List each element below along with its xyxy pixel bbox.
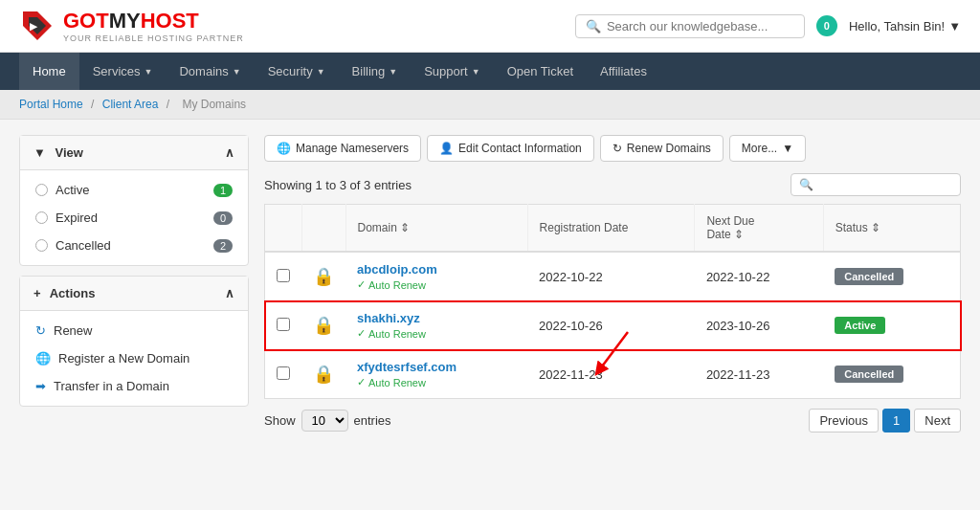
row1-domain-link[interactable]: abcdloip.com — [357, 262, 437, 277]
edit-contact-label: Edit Contact Information — [458, 142, 582, 155]
cart-button[interactable]: 0 — [816, 15, 837, 36]
col-checkbox — [265, 205, 302, 253]
page-1-button[interactable]: 1 — [882, 409, 910, 432]
content-area: 🌐 Manage Nameservers 👤 Edit Contact Info… — [264, 135, 961, 487]
col-next-due[interactable]: Next DueDate ⇕ — [695, 205, 823, 253]
pagination: Previous 1 Next — [809, 409, 961, 432]
services-caret-icon: ▼ — [145, 67, 153, 77]
manage-nameservers-label: Manage Nameservers — [296, 142, 409, 155]
row1-next-due: 2022-10-22 — [695, 252, 823, 301]
prev-button[interactable]: Previous — [809, 409, 879, 432]
logo-icon: ▶ — [19, 8, 56, 44]
sidebar-actions-body: ↻ Renew 🌐 Register a New Domain ➡ Transf… — [20, 311, 248, 406]
table-row: 🔒 shakhi.xyz ✓ Auto Renew 2022-10-26 202… — [265, 301, 961, 350]
table-body: 🔒 abcdloip.com ✓ Auto Renew 2022-10-22 2… — [265, 252, 961, 399]
sidebar-filter-cancelled[interactable]: Cancelled 2 — [20, 232, 248, 259]
edit-contact-button[interactable]: 👤 Edit Contact Information — [427, 135, 594, 162]
nav-item-services[interactable]: Services ▼ — [79, 53, 167, 90]
main-nav: Home Services ▼ Domains ▼ Security ▼ Bil… — [0, 53, 980, 90]
row2-checkbox-cell[interactable] — [265, 301, 302, 350]
sidebar-filter-active[interactable]: Active 1 — [20, 176, 248, 204]
breadcrumb-my-domains: My Domains — [182, 98, 246, 111]
cancelled-radio — [35, 239, 48, 252]
user-caret-icon: ▼ — [948, 19, 961, 33]
action-transfer-domain[interactable]: ➡ Transfer in a Domain — [20, 372, 248, 400]
logo: ▶ GOTMYHOST YOUR RELIABLE HOSTING PARTNE… — [19, 8, 244, 44]
action-renew[interactable]: ↻ Renew — [20, 317, 248, 344]
sidebar-view-header[interactable]: ▼ View ∧ — [20, 136, 248, 170]
sidebar-filter-expired[interactable]: Expired 0 — [20, 204, 248, 232]
row1-status-badge: Cancelled — [835, 268, 903, 285]
nav-item-support[interactable]: Support ▼ — [411, 53, 493, 90]
lock-icon: 🔒 — [313, 266, 334, 287]
user-greeting[interactable]: Hello, Tahsin Bin! ▼ — [849, 19, 961, 33]
logo-got: GOT — [63, 9, 109, 33]
view-collapse-icon: ∧ — [225, 145, 234, 160]
register-domain-label: Register a New Domain — [58, 351, 189, 366]
logo-text: GOTMYHOST YOUR RELIABLE HOSTING PARTNER — [63, 9, 244, 43]
active-count: 1 — [213, 184, 233, 197]
plus-icon: + — [33, 286, 41, 300]
row2-domain-link[interactable]: shakhi.xyz — [357, 311, 420, 325]
row3-domain-link[interactable]: xfydtesrfsef.com — [357, 360, 457, 374]
more-caret-icon: ▼ — [782, 142, 793, 155]
row2-lock-cell: 🔒 — [301, 301, 345, 350]
nav-item-billing[interactable]: Billing ▼ — [339, 53, 412, 90]
search-input[interactable] — [607, 19, 794, 33]
row2-auto-renew: ✓ Auto Renew — [357, 327, 516, 340]
filter-icon: ▼ — [33, 145, 46, 160]
sidebar-view-title: ▼ View — [33, 145, 83, 160]
table-footer: Show 10 25 50 entries Previous 1 Next — [264, 409, 961, 432]
search-box[interactable]: 🔍 — [575, 14, 805, 38]
row1-lock-cell: 🔒 — [301, 252, 345, 301]
sort-icon: ⇕ — [400, 221, 410, 234]
nav-item-affiliates[interactable]: Affiliates — [587, 53, 660, 90]
security-caret-icon: ▼ — [317, 67, 325, 77]
next-button[interactable]: Next — [914, 409, 961, 432]
row2-checkbox[interactable] — [277, 318, 290, 331]
nav-item-security[interactable]: Security ▼ — [255, 53, 339, 90]
entries-label: entries — [354, 413, 391, 428]
breadcrumb-portal-home[interactable]: Portal Home — [19, 98, 83, 111]
col-lock — [301, 205, 345, 253]
row3-status: Cancelled — [823, 350, 960, 399]
nav-item-open-ticket[interactable]: Open Ticket — [494, 53, 587, 90]
entries-select[interactable]: 10 25 50 — [301, 410, 348, 432]
breadcrumb-sep1: / — [91, 98, 98, 111]
transfer-icon: ➡ — [35, 379, 46, 393]
action-register-domain[interactable]: 🌐 Register a New Domain — [20, 344, 248, 372]
renew-icon: ↻ — [35, 323, 46, 338]
table-header: Domain ⇕ Registration Date Next DueDate … — [265, 205, 961, 253]
sidebar: ▼ View ∧ Active 1 Expired — [19, 135, 249, 487]
sort-due-icon: ⇕ — [734, 228, 744, 241]
breadcrumb-client-area[interactable]: Client Area — [102, 98, 159, 111]
sidebar-actions-header[interactable]: + Actions ∧ — [20, 277, 248, 311]
col-registration[interactable]: Registration Date — [527, 205, 695, 253]
row1-checkbox-cell[interactable] — [265, 252, 302, 301]
more-button[interactable]: More... ▼ — [729, 135, 806, 162]
row2-reg-date: 2022-10-26 — [527, 301, 695, 350]
table-search-box[interactable]: 🔍 — [791, 173, 961, 196]
row2-domain-cell: shakhi.xyz ✓ Auto Renew — [345, 301, 527, 350]
breadcrumb-sep2: / — [167, 98, 173, 111]
row3-checkbox-cell[interactable] — [265, 350, 302, 399]
row1-auto-renew: ✓ Auto Renew — [357, 278, 516, 291]
svg-text:▶: ▶ — [30, 21, 38, 32]
nav-item-home[interactable]: Home — [19, 53, 79, 90]
manage-nameservers-button[interactable]: 🌐 Manage Nameservers — [264, 135, 421, 162]
col-domain[interactable]: Domain ⇕ — [345, 205, 527, 253]
row3-checkbox[interactable] — [277, 366, 290, 380]
row2-status-badge: Active — [835, 317, 885, 334]
table-search-input[interactable] — [818, 178, 952, 191]
col-status[interactable]: Status ⇕ — [823, 205, 960, 253]
breadcrumb: Portal Home / Client Area / My Domains — [0, 90, 980, 120]
row1-checkbox[interactable] — [277, 269, 290, 282]
renew-domains-button[interactable]: ↻ Renew Domains — [600, 135, 724, 162]
search-icon: 🔍 — [586, 19, 601, 33]
row3-status-badge: Cancelled — [835, 366, 903, 383]
toolbar: 🌐 Manage Nameservers 👤 Edit Contact Info… — [264, 135, 961, 162]
nav-item-domains[interactable]: Domains ▼ — [166, 53, 254, 90]
row2-status: Active — [823, 301, 960, 350]
actions-collapse-icon: ∧ — [225, 286, 234, 300]
table-header-row: Showing 1 to 3 of 3 entries 🔍 — [264, 173, 961, 196]
